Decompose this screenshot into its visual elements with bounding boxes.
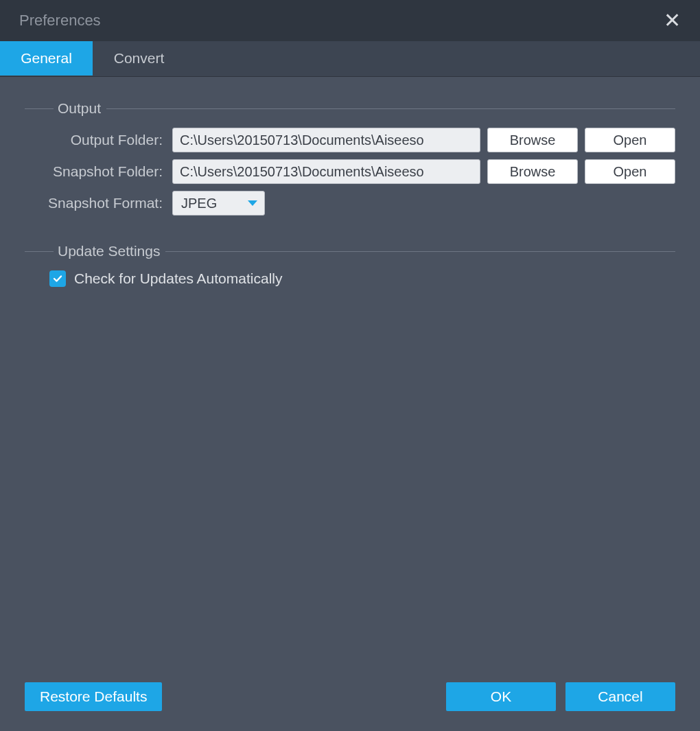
tab-general[interactable]: General bbox=[0, 41, 93, 76]
row-output-folder: Output Folder: Browse Open bbox=[25, 128, 675, 152]
snapshot-folder-browse-button[interactable]: Browse bbox=[487, 159, 578, 184]
output-folder-label: Output Folder: bbox=[25, 132, 165, 148]
divider bbox=[25, 108, 54, 109]
row-snapshot-format: Snapshot Format: JPEG bbox=[25, 191, 675, 216]
output-folder-open-button[interactable]: Open bbox=[585, 128, 675, 152]
checkmark-icon bbox=[52, 273, 63, 284]
snapshot-folder-open-button[interactable]: Open bbox=[585, 159, 675, 184]
tab-bar: General Convert bbox=[0, 41, 700, 77]
output-folder-input[interactable] bbox=[172, 128, 480, 152]
chevron-down-icon bbox=[248, 200, 257, 206]
titlebar: Preferences ✕ bbox=[0, 0, 700, 41]
check-updates-checkbox[interactable] bbox=[49, 270, 66, 287]
snapshot-format-label: Snapshot Format: bbox=[25, 195, 165, 211]
check-updates-label: Check for Updates Automatically bbox=[74, 270, 282, 287]
window-title: Preferences bbox=[19, 12, 101, 30]
snapshot-format-dropdown[interactable]: JPEG bbox=[172, 191, 265, 216]
section-title-update: Update Settings bbox=[54, 243, 165, 259]
ok-button[interactable]: OK bbox=[446, 682, 556, 711]
cancel-button[interactable]: Cancel bbox=[565, 682, 675, 711]
row-snapshot-folder: Snapshot Folder: Browse Open bbox=[25, 159, 675, 184]
snapshot-folder-input[interactable] bbox=[172, 159, 480, 184]
content-area: Output Output Folder: Browse Open Snapsh… bbox=[0, 77, 700, 287]
divider bbox=[106, 108, 675, 109]
close-icon[interactable]: ✕ bbox=[660, 8, 685, 34]
footer-right: OK Cancel bbox=[446, 682, 675, 711]
divider bbox=[25, 251, 54, 252]
row-check-updates: Check for Updates Automatically bbox=[25, 270, 675, 287]
divider bbox=[165, 251, 675, 252]
section-header-output: Output bbox=[25, 100, 675, 117]
footer: Restore Defaults OK Cancel bbox=[0, 677, 700, 731]
section-header-update: Update Settings bbox=[25, 243, 675, 259]
snapshot-folder-label: Snapshot Folder: bbox=[25, 163, 165, 180]
snapshot-format-value: JPEG bbox=[181, 196, 217, 211]
output-folder-browse-button[interactable]: Browse bbox=[487, 128, 578, 152]
tab-convert[interactable]: Convert bbox=[93, 41, 185, 76]
section-title-output: Output bbox=[54, 100, 106, 117]
restore-defaults-button[interactable]: Restore Defaults bbox=[25, 682, 162, 711]
